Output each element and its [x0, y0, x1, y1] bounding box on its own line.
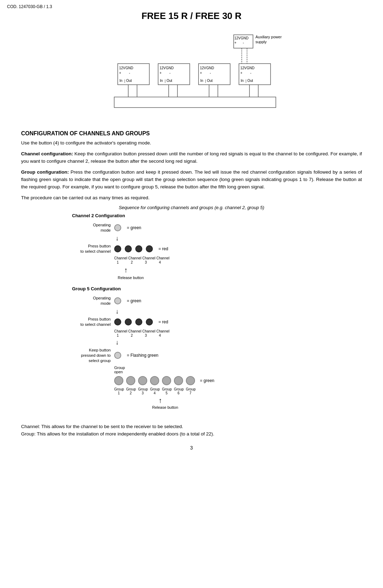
press-button-dots: = red — [114, 245, 168, 252]
svg-text:Auxiliary power: Auxiliary power — [255, 35, 282, 39]
ch2-release-arrow: ↑ — [124, 266, 311, 274]
group-dots: = green — [114, 376, 214, 385]
green-label: = green — [127, 225, 141, 230]
footer-line2: Group: This allows for the installation … — [21, 430, 362, 438]
svg-text:In: In — [160, 79, 163, 83]
para2-label: Channel configuration: — [21, 151, 73, 156]
svg-text:In: In — [119, 79, 122, 83]
g-label-5: Group 5 — [162, 387, 171, 395]
svg-text:GND: GND — [166, 66, 174, 70]
g-ch-label-3: Channel 3 — [142, 329, 149, 338]
ch2-release-label: Release button — [118, 276, 311, 280]
svg-text:GND: GND — [125, 66, 133, 70]
svg-text:Out: Out — [207, 79, 213, 83]
svg-text:GND: GND — [247, 66, 254, 70]
wiring-diagram-svg: 12V GND + - Auxiliary power supply 12V G… — [83, 28, 300, 120]
g-green-label2: = green — [200, 378, 214, 383]
svg-text:+: + — [240, 71, 242, 75]
down-arrow-ch: ↓ — [114, 235, 311, 241]
dot-dark-3 — [135, 245, 142, 252]
para3-body: Press the configuration button and keep … — [21, 169, 362, 189]
press-button-label: Press buttonto select channel — [72, 244, 114, 254]
g-red-label: = red — [158, 319, 168, 324]
svg-text:+: + — [119, 71, 121, 75]
up-arrow-ch2: ↑ — [124, 266, 128, 274]
operating-mode-dots: = green — [114, 224, 141, 231]
svg-text:12V: 12V — [160, 66, 166, 70]
channel2-config-block: Channel 2 Configuration Operatingmode = … — [72, 213, 311, 280]
g-label-4: Group 4 — [150, 387, 159, 395]
cod-label: COD. 1247030-GB / 1.3 — [7, 4, 52, 9]
operating-mode-label: Operatingmode — [72, 222, 114, 233]
ch-label-3: Channel 3 — [142, 256, 149, 265]
section-heading: CONFIGURATION OF CHANNELS AND GROUPS — [21, 130, 362, 137]
g-dot-green — [114, 297, 121, 304]
red-label: = red — [158, 246, 168, 251]
channel2-section-title: Channel 2 Configuration — [72, 213, 311, 218]
g-dot-3 — [138, 376, 147, 385]
down-arrow-g2: ↓ — [114, 339, 311, 345]
g-dot-4 — [150, 376, 159, 385]
g-dot-dark-1 — [114, 318, 121, 325]
g5-release-arrow: ↑ — [158, 396, 311, 405]
group-labels-row: Group 1 Group 2 Group 3 Group 4 Group 5 … — [114, 387, 311, 395]
g-operating-mode-row: Operatingmode = green — [72, 296, 311, 306]
svg-text:GND: GND — [206, 66, 214, 70]
wiring-diagram-container: 12V GND + - Auxiliary power supply 12V G… — [21, 28, 362, 120]
svg-text:12V: 12V — [200, 66, 206, 70]
g-ch-label-4: Channel 4 — [156, 329, 163, 338]
g-dot-7 — [186, 376, 195, 385]
g-green-label: = green — [127, 298, 141, 303]
svg-text:12V: 12V — [234, 36, 241, 40]
para4: The procedure can be carried out as many… — [21, 194, 362, 202]
g-dot-6 — [174, 376, 183, 385]
dot-dark-1 — [114, 245, 121, 252]
svg-text:-: - — [129, 71, 130, 75]
sequence-title: Sequence for configuring channels and gr… — [72, 205, 311, 210]
g-dot-dark-3 — [135, 318, 142, 325]
footer-text: Channel: This allows for the channel to … — [21, 423, 362, 438]
g-operating-dots: = green — [114, 297, 141, 304]
page: COD. 1247030-GB / 1.3 FREE 15 R / FREE 3… — [0, 0, 383, 588]
ch-label-1: Channel 1 — [114, 256, 121, 265]
channel-labels-row: Channel 1 Channel 2 Channel 3 Channel 4 — [114, 256, 311, 265]
g-ch-label-2: Channel 2 — [128, 329, 135, 338]
para2: Channel configuration: Keep the configur… — [21, 150, 362, 165]
g-press-dots: = red — [114, 318, 168, 325]
group-dots-row: = green — [72, 376, 311, 385]
para3: Group configuration: Press the configura… — [21, 169, 362, 191]
para3-label: Group configuration: — [21, 169, 69, 175]
dot-green-operating — [114, 224, 121, 231]
up-arrow-g5: ↑ — [158, 396, 162, 404]
dot-flash-green — [114, 352, 121, 359]
g-ch-label-1: Channel 1 — [114, 329, 121, 338]
g-dot-1 — [114, 376, 123, 385]
g-channel-labels-row: Channel 1 Channel 2 Channel 3 Channel 4 — [114, 329, 311, 338]
footer-line1: Channel: This allows for the channel to … — [21, 423, 362, 431]
ch-label-2: Channel 2 — [128, 256, 135, 265]
main-title: FREE 15 R / FREE 30 R — [21, 11, 362, 21]
g-operating-mode-label: Operatingmode — [72, 296, 114, 306]
svg-text:GND: GND — [241, 36, 248, 40]
g-dot-dark-2 — [125, 318, 132, 325]
sequence-container: Sequence for configuring channels and gr… — [21, 205, 362, 415]
operating-mode-row: Operatingmode = green — [72, 222, 311, 233]
dot-dark-2 — [125, 245, 132, 252]
svg-text:+: + — [234, 41, 236, 45]
g-press-button-row: Press buttonto select channel = red — [72, 317, 311, 327]
svg-text:Out: Out — [167, 79, 172, 83]
keep-button-dots: = Flashing green — [114, 352, 158, 359]
svg-text:-: - — [243, 41, 244, 45]
g5-release-label: Release button — [152, 405, 311, 409]
g-dot-5 — [162, 376, 171, 385]
svg-text:+: + — [200, 71, 202, 75]
svg-text:12V: 12V — [240, 66, 247, 70]
svg-rect-39 — [114, 97, 276, 108]
svg-text:12V: 12V — [119, 66, 125, 70]
svg-text:+: + — [160, 71, 162, 75]
g-label-3: Group 3 — [138, 387, 147, 395]
svg-text:-: - — [169, 71, 170, 75]
svg-text:In: In — [241, 79, 244, 83]
keep-button-label: Keep buttonpressed down toselect group — [72, 348, 114, 363]
group5-section-title: Group 5 Configuration — [72, 286, 311, 291]
